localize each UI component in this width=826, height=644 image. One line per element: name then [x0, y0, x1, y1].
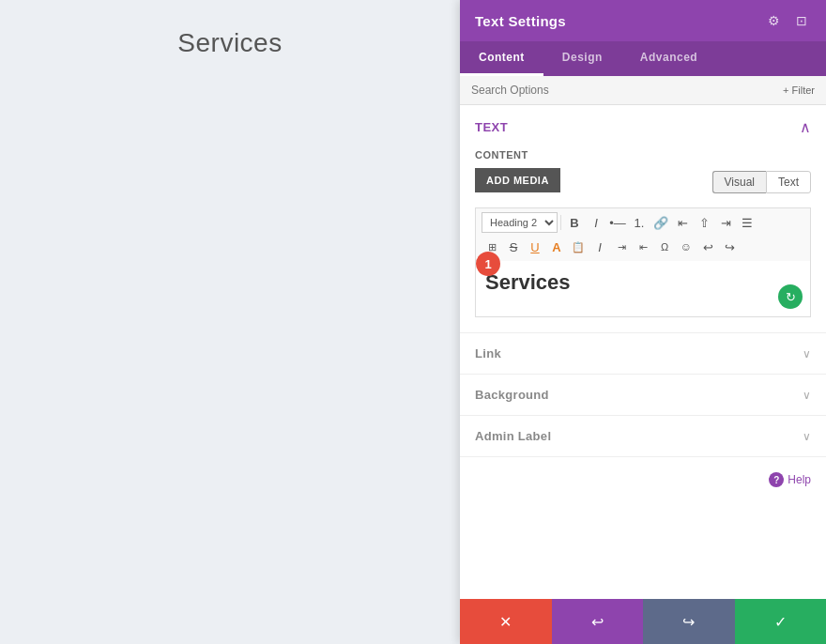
- admin-label-section-title: Admin Label: [475, 429, 551, 443]
- tab-design[interactable]: Design: [543, 41, 621, 76]
- editor-badge: 1: [476, 252, 500, 276]
- left-panel: Services: [0, 0, 460, 644]
- text-section: Text ∧ Content ADD MEDIA Visual Text H: [460, 105, 826, 333]
- color-button[interactable]: A: [546, 237, 567, 257]
- expand-icon[interactable]: ⊡: [792, 11, 811, 30]
- align-left-button[interactable]: ⇤: [672, 212, 693, 233]
- admin-label-chevron-icon: ∨: [803, 430, 811, 443]
- toolbar-row-2: ⊞ S U A 📋 I ⇥ ⇤ Ω ☺ ↩ ↪: [482, 237, 804, 257]
- admin-label-section-header[interactable]: Admin Label ∨: [460, 416, 826, 456]
- outdent-button[interactable]: ⇤: [633, 237, 653, 257]
- undo-toolbar-button[interactable]: ↩: [697, 237, 718, 257]
- tab-advanced[interactable]: Advanced: [621, 41, 716, 76]
- toolbar-divider-1: [560, 215, 561, 230]
- ol-button[interactable]: 1.: [629, 212, 650, 233]
- settings-icon[interactable]: ⚙: [764, 11, 783, 30]
- italic2-button[interactable]: I: [589, 237, 610, 257]
- link-chevron-icon: ∨: [803, 347, 811, 360]
- emoji-button[interactable]: ☺: [676, 237, 696, 257]
- editor-content[interactable]: Services: [485, 270, 801, 295]
- background-chevron-icon: ∨: [803, 389, 811, 402]
- redo-button[interactable]: ↪: [643, 599, 735, 644]
- panel-footer: ✕ ↩ ↪ ✓: [460, 599, 826, 644]
- editor-refresh-button[interactable]: ↻: [778, 284, 803, 309]
- visual-text-toggle: Visual Text: [712, 171, 811, 193]
- italic-button[interactable]: I: [586, 212, 606, 233]
- text-section-header[interactable]: Text ∧: [460, 105, 826, 149]
- add-media-button[interactable]: ADD MEDIA: [475, 168, 560, 192]
- omega-button[interactable]: Ω: [654, 237, 675, 257]
- help-circle-icon: ?: [769, 472, 784, 487]
- search-bar: + Filter: [460, 76, 826, 105]
- bold-button[interactable]: B: [564, 212, 585, 233]
- cancel-icon: ✕: [499, 613, 512, 631]
- background-section-title: Background: [475, 388, 549, 402]
- panel-header: Text Settings ⚙ ⊡: [460, 0, 826, 41]
- save-button[interactable]: ✓: [735, 599, 827, 644]
- settings-panel: Text Settings ⚙ ⊡ Content Design Advance…: [460, 0, 826, 644]
- search-input[interactable]: [471, 84, 783, 97]
- visual-toggle[interactable]: Visual: [712, 171, 766, 193]
- text-section-content: Content ADD MEDIA Visual Text Heading 2: [460, 149, 826, 332]
- background-section: Background ∨: [460, 375, 826, 416]
- page-title: Services: [177, 28, 282, 58]
- panel-tabs: Content Design Advanced: [460, 41, 826, 76]
- background-section-header[interactable]: Background ∨: [460, 375, 826, 415]
- panel-content: Text ∧ Content ADD MEDIA Visual Text H: [460, 105, 826, 599]
- filter-button[interactable]: + Filter: [783, 84, 815, 96]
- admin-label-section: Admin Label ∨: [460, 416, 826, 457]
- link-section-header[interactable]: Link ∨: [460, 333, 826, 374]
- link-section-title: Link: [475, 346, 501, 360]
- filter-label: + Filter: [783, 84, 815, 96]
- cancel-button[interactable]: ✕: [460, 599, 552, 644]
- text-section-title: Text: [475, 120, 508, 134]
- help-link[interactable]: ? Help: [769, 472, 811, 487]
- align-center-button[interactable]: ⇧: [694, 212, 714, 233]
- help-label: Help: [788, 473, 811, 486]
- link-section: Link ∨: [460, 333, 826, 375]
- underline-button[interactable]: U: [525, 237, 545, 257]
- paste-button[interactable]: 📋: [568, 237, 589, 257]
- help-section: ? Help: [460, 457, 826, 502]
- editor-toolbar: Heading 2 B I •— 1. 🔗 ⇤ ⇧ ⇥ ☰ ⊞: [475, 207, 811, 261]
- toolbar-row-1: Heading 2 B I •— 1. 🔗 ⇤ ⇧ ⇥ ☰: [482, 212, 804, 233]
- text-section-toggle-icon: ∧: [800, 118, 811, 136]
- ul-button[interactable]: •—: [607, 212, 628, 233]
- redo-icon: ↪: [682, 613, 695, 631]
- header-icons: ⚙ ⊡: [764, 11, 811, 30]
- strikethrough-button[interactable]: S: [503, 237, 524, 257]
- indent-button[interactable]: ⇥: [611, 237, 632, 257]
- undo-icon: ↩: [591, 613, 604, 631]
- justify-button[interactable]: ☰: [737, 212, 757, 233]
- tab-content[interactable]: Content: [460, 41, 543, 76]
- align-right-button[interactable]: ⇥: [715, 212, 736, 233]
- panel-title: Text Settings: [475, 13, 566, 29]
- heading-select[interactable]: Heading 2: [482, 212, 558, 233]
- redo-toolbar-button[interactable]: ↪: [719, 237, 740, 257]
- text-toggle[interactable]: Text: [766, 171, 811, 193]
- undo-button[interactable]: ↩: [552, 599, 644, 644]
- editor-area[interactable]: 1 Services ↻: [475, 261, 811, 317]
- save-icon: ✓: [774, 613, 787, 631]
- content-label: Content: [475, 149, 811, 161]
- link-button[interactable]: 🔗: [650, 212, 671, 233]
